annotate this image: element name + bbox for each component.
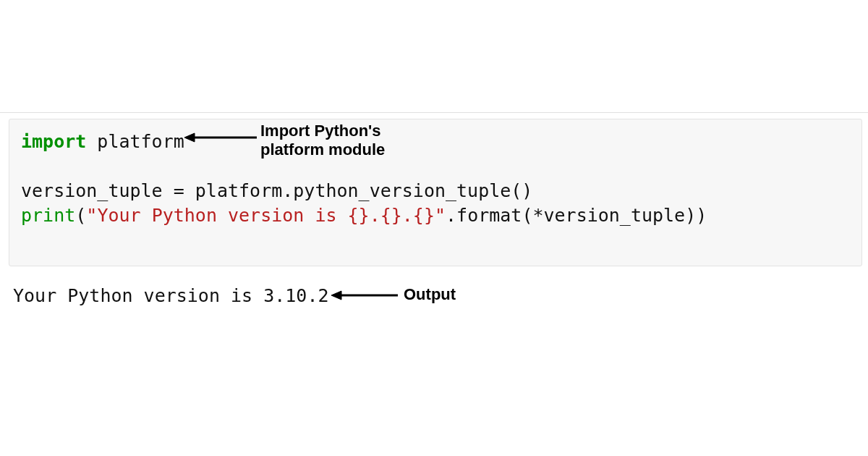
arrow-icon [184,132,257,143]
code-module-name: platform [86,131,184,152]
svg-marker-3 [331,291,341,300]
code-print-fn: print [21,205,75,226]
code-open-paren: ( [75,205,86,226]
svg-marker-1 [184,133,195,142]
output-text: Your Python version is 3.10.2 [13,285,329,306]
code-string-literal: "Your Python version is {}.{}.{}" [86,205,446,226]
annotation-import-line2: platform module [260,140,385,159]
annotation-import: Import Python's platform module [260,122,385,159]
canvas: import platform version_tuple = platform… [0,0,868,456]
arrow-icon [331,290,398,301]
horizontal-divider [0,112,868,113]
annotation-output: Output [404,285,456,304]
code-format-call: .format(*version_tuple)) [446,205,707,226]
annotation-import-line1: Import Python's [260,122,385,140]
code-assignment-line: version_tuple = platform.python_version_… [21,180,532,201]
code-cell: import platform version_tuple = platform… [9,119,862,266]
code-keyword-import: import [21,131,86,152]
